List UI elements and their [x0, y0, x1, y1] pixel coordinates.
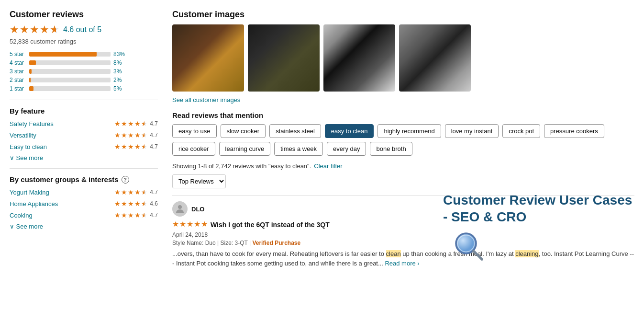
fstar-2-3: ★: [128, 131, 134, 139]
bar-fill-3: [29, 69, 32, 74]
right-column: Customer images See all customer images …: [172, 10, 634, 301]
tag-highly-recommend[interactable]: highly recommend: [378, 124, 441, 138]
tag-easy-to-clean[interactable]: easy to clean: [325, 124, 374, 138]
star-2: ★: [20, 23, 29, 36]
features-list: Safety Features ★★★★★ 4.7 Versatility ★★…: [10, 120, 158, 150]
tag-bone-broth[interactable]: bone broth: [370, 142, 412, 156]
cro-text: Customer Review User Cases - SEO & CRO: [443, 192, 634, 225]
customer-image-4[interactable]: [399, 24, 471, 92]
feature-name-3[interactable]: Easy to clean: [10, 143, 47, 150]
see-all-images-link[interactable]: See all customer images: [172, 96, 634, 104]
gstar-1-2: ★: [121, 188, 127, 196]
group-name-1[interactable]: Yogurt Making: [10, 189, 49, 196]
fstar-1-1: ★: [114, 120, 121, 127]
customer-image-3[interactable]: [323, 24, 395, 92]
reviewer-name: DLO: [191, 206, 204, 213]
groups-list: Yogurt Making ★★★★★ 4.7 Home Appliances …: [10, 188, 158, 219]
magnifier-container: [443, 230, 634, 264]
review-text-part1: ...overs, than have to cook for every me…: [172, 250, 386, 257]
tag-stainless-steel[interactable]: stainless steel: [269, 124, 321, 138]
group-row-3: Cooking ★★★★★ 4.7: [10, 211, 158, 219]
bar-row-4[interactable]: 2 star 2%: [10, 77, 158, 83]
feature-val-3: 4.7: [150, 143, 158, 150]
clear-filter-link[interactable]: Clear filter: [314, 162, 342, 170]
fstar-1-3: ★: [128, 120, 134, 127]
star-5-half: ★: [50, 23, 59, 36]
review-stars: ★ ★ ★ ★ ★: [172, 219, 208, 229]
sort-select[interactable]: Top Reviews Most Recent: [172, 174, 226, 188]
bar-pct-5[interactable]: 5%: [113, 85, 127, 92]
bar-pct-4[interactable]: 2%: [113, 77, 127, 83]
see-more-features[interactable]: ∨ See more: [10, 154, 158, 161]
group-stars-1: ★★★★★ 4.7: [114, 188, 158, 196]
bar-label-1[interactable]: 5 star: [10, 51, 26, 58]
rstar-2: ★: [179, 219, 186, 229]
cro-overlay: Customer Review User Cases - SEO & CRO: [443, 192, 634, 264]
group-stars-2: ★★★★★ 4.6: [114, 200, 158, 207]
bar-row-1[interactable]: 5 star 83%: [10, 51, 158, 58]
tag-easy-to-use[interactable]: easy to use: [172, 124, 217, 138]
bar-label-2[interactable]: 4 star: [10, 59, 26, 66]
rating-value[interactable]: 4.6 out of 5: [63, 25, 101, 34]
customer-image-2[interactable]: [248, 24, 320, 92]
feature-row-2: Versatility ★★★★★ 4.7: [10, 131, 158, 139]
tags-container: easy to useslow cookerstainless steeleas…: [172, 124, 634, 156]
customer-images-row: [172, 24, 634, 92]
bar-row-2[interactable]: 4 star 8%: [10, 59, 158, 66]
fstar-3-4: ★: [134, 143, 141, 150]
bar-label-4[interactable]: 2 star: [10, 77, 26, 83]
gstar-2-4: ★: [134, 200, 141, 207]
gstar-3-1: ★: [114, 211, 121, 219]
gstar-3-4: ★: [134, 211, 141, 219]
bar-row-5[interactable]: 1 star 5%: [10, 85, 158, 92]
fstar-3-1: ★: [114, 143, 121, 150]
bar-fill-4: [29, 78, 31, 82]
feature-stars-1: ★★★★★ 4.7: [114, 120, 158, 127]
magnifier-icon: [453, 230, 486, 264]
style-name: Style Name: Duo: [172, 240, 216, 246]
star-3: ★: [30, 23, 39, 36]
bar-label-3[interactable]: 3 star: [10, 68, 26, 75]
bar-row-3[interactable]: 3 star 3%: [10, 68, 158, 75]
help-icon[interactable]: ?: [122, 176, 129, 184]
star-display: ★ ★ ★ ★ ★: [10, 23, 59, 36]
tag-learning-curve[interactable]: learning curve: [219, 142, 271, 156]
left-column: Customer reviews ★ ★ ★ ★ ★ 4.6 out of 5 …: [10, 10, 158, 301]
rstar-4: ★: [194, 219, 200, 229]
rstar-3: ★: [187, 219, 193, 229]
gstar-3-half: ★: [141, 211, 147, 219]
tag-every-day[interactable]: every day: [327, 142, 366, 156]
customer-image-1[interactable]: [172, 24, 244, 92]
bar-pct-1[interactable]: 83%: [113, 51, 127, 58]
bar-bg-4: [29, 78, 111, 82]
feature-name-1[interactable]: Safety Features: [10, 120, 54, 127]
bar-label-5[interactable]: 1 star: [10, 85, 26, 92]
feature-name-2[interactable]: Versatility: [10, 132, 36, 139]
see-more-groups[interactable]: ∨ See more: [10, 223, 158, 230]
reviewer-avatar: [172, 201, 188, 217]
feature-row-3: Easy to clean ★★★★★ 4.7: [10, 143, 158, 150]
tag-love-my-instant[interactable]: love my instant: [445, 124, 499, 138]
tag-times-a-week[interactable]: times a week: [274, 142, 323, 156]
bar-pct-2[interactable]: 8%: [113, 59, 127, 66]
bar-pct-3[interactable]: 3%: [113, 68, 127, 75]
read-more-link[interactable]: Read more ›: [385, 260, 419, 267]
group-name-3[interactable]: Cooking: [10, 212, 33, 219]
mentions-title: Read reviews that mention: [172, 111, 634, 119]
star-bars: 5 star 83% 4 star 8% 3 star 3% 2 star 2%: [10, 51, 158, 92]
fstar-3-half: ★: [141, 143, 147, 150]
fstar-2-half: ★: [141, 131, 147, 139]
gstar-1-3: ★: [128, 188, 134, 196]
svg-point-0: [178, 205, 182, 209]
feature-stars-3: ★★★★★ 4.7: [114, 143, 158, 150]
feature-val-1: 4.7: [150, 120, 158, 127]
group-name-2[interactable]: Home Appliances: [10, 200, 58, 207]
fstar-3-3: ★: [128, 143, 134, 150]
fstar-2-4: ★: [134, 131, 141, 139]
tag-crock-pot[interactable]: crock pot: [502, 124, 540, 138]
tag-pressure-cookers[interactable]: pressure cookers: [544, 124, 604, 138]
size-label: Size: 3-QT: [221, 240, 248, 246]
tag-rice-cooker[interactable]: rice cooker: [172, 142, 215, 156]
bar-bg-5: [29, 86, 111, 91]
tag-slow-cooker[interactable]: slow cooker: [221, 124, 266, 138]
